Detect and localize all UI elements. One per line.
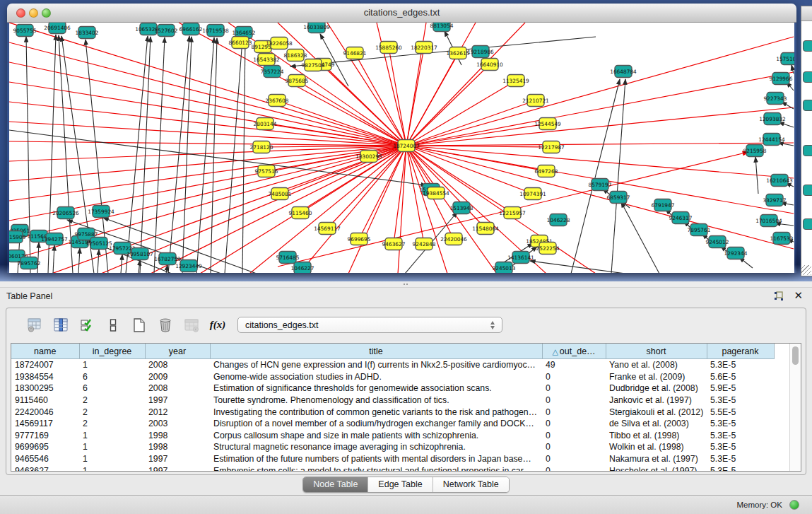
divider-grip-icon[interactable]: [403, 283, 409, 286]
graph-node[interactable]: 15751074: [776, 53, 794, 65]
table-row[interactable]: 1830029562008Estimation of significance …: [11, 382, 801, 395]
graph-node[interactable]: 9875685: [286, 75, 309, 87]
tab-edge-table[interactable]: Edge Table: [367, 477, 432, 492]
new-table-icon[interactable]: [131, 317, 148, 334]
graph-node[interactable]: 9246317: [669, 212, 693, 224]
graph-node[interactable]: 8660123: [229, 37, 252, 49]
table-row[interactable]: 1938455462009Genome-wide association stu…: [11, 371, 801, 383]
graph-node[interactable]: 9115460: [289, 207, 312, 219]
graph-node[interactable]: 12215957: [499, 207, 526, 219]
graph-node[interactable]: 16033809: [303, 23, 330, 33]
column-header-year[interactable]: year: [145, 344, 210, 359]
graph-node[interactable]: 7357224: [261, 66, 284, 78]
table-row[interactable]: 2242004622012Investigating the contribut…: [11, 406, 801, 418]
graph-node[interactable]: 3329717: [763, 194, 787, 206]
function-builder-icon[interactable]: f(x): [209, 317, 226, 334]
graph-node[interactable]: 9242848: [413, 238, 436, 250]
graph-node[interactable]: 9245013: [493, 262, 516, 274]
graph-node[interactable]: 7895762: [18, 257, 41, 269]
select-columns-icon[interactable]: [78, 317, 95, 334]
column-header-title[interactable]: title: [210, 344, 542, 359]
graph-node[interactable]: 10974391: [519, 188, 546, 200]
graph-node[interactable]: 20206526: [52, 207, 79, 219]
graph-node[interactable]: 20691406: [44, 23, 71, 34]
graph-node[interactable]: 12544549: [534, 118, 561, 130]
table-row[interactable]: 969969511998Structural magnetic resonanc…: [11, 441, 801, 453]
graph-node[interactable]: 9129966: [770, 73, 793, 85]
window-resize-grip[interactable]: [801, 265, 811, 275]
graph-node[interactable]: 2522254: [536, 243, 560, 255]
graph-node[interactable]: 6497268: [535, 165, 558, 177]
graph-node[interactable]: [803, 185, 812, 196]
column-header-name[interactable]: name: [11, 344, 79, 359]
network-canvas[interactable]: 9055755206914061833402106532871527602696…: [9, 23, 794, 273]
graph-node[interactable]: 1527602: [155, 25, 178, 37]
graph-node[interactable]: 1167533: [770, 233, 794, 245]
graph-node[interactable]: 9699695: [348, 233, 371, 245]
show-columns-icon[interactable]: [52, 317, 69, 334]
delete-table-icon[interactable]: [157, 317, 174, 334]
table-selector-dropdown[interactable]: citations_edges.txt: [237, 317, 502, 333]
import-table-icon[interactable]: [183, 317, 200, 334]
graph-node[interactable]: 9827508: [302, 59, 325, 71]
tab-node-table[interactable]: Node Table: [303, 477, 367, 492]
graph-node[interactable]: 15885260: [375, 42, 402, 54]
graph-node[interactable]: 14569117: [314, 223, 341, 235]
graph-node[interactable]: 11548064: [472, 223, 499, 235]
graph-node[interactable]: 2718120: [250, 141, 273, 153]
table-row[interactable]: 977716911998Corpus callosum shape and si…: [11, 430, 801, 442]
graph-node[interactable]: 1833402: [76, 27, 99, 39]
graph-node[interactable]: 9146821: [343, 47, 367, 59]
table-row[interactable]: 1872400712008Changes of HCN gene express…: [11, 359, 801, 371]
graph-node[interactable]: [803, 100, 812, 111]
graph-node[interactable]: 6859317: [607, 192, 630, 204]
graph-node[interactable]: 10719538: [202, 25, 229, 37]
table-scrollbar-thumb[interactable]: [792, 346, 799, 365]
window-titlebar[interactable]: citations_edges.txt: [7, 4, 796, 23]
graph-node[interactable]: 2803144: [254, 118, 277, 130]
table-scrollbar[interactable]: [789, 344, 801, 471]
graph-node[interactable]: 8186328: [284, 49, 307, 62]
close-panel-icon[interactable]: ✕: [794, 290, 803, 301]
row-height-icon[interactable]: [105, 317, 122, 334]
graph-node[interactable]: 12217987: [538, 141, 565, 153]
graph-node[interactable]: 22420046: [440, 233, 467, 245]
tab-network-table[interactable]: Network Table: [433, 477, 509, 492]
graph-node[interactable]: 7895761: [688, 224, 711, 236]
background-network-window[interactable]: [801, 6, 812, 276]
table-options-icon[interactable]: [26, 317, 43, 334]
graph-node[interactable]: 16648784: [610, 66, 637, 78]
graph-node[interactable]: 1046227: [291, 262, 314, 274]
column-header-in_degree[interactable]: in_degree: [79, 344, 145, 359]
graph-node[interactable]: [803, 40, 812, 52]
graph-node[interactable]: 9463627: [382, 238, 406, 250]
graph-node[interactable]: 8215958: [743, 145, 767, 157]
graph-node[interactable]: 6966162: [180, 23, 203, 35]
graph-node[interactable]: 9055755: [13, 25, 37, 37]
table-row[interactable]: 946362711997Embryonic stem cells: a mode…: [11, 465, 801, 472]
graph-node[interactable]: [803, 145, 812, 156]
graph-node[interactable]: 18220317: [411, 42, 437, 54]
table-row[interactable]: 1456911722003Disruption of a novel membe…: [11, 418, 801, 430]
column-header-pagerank[interactable]: pagerank: [707, 344, 774, 359]
column-header-short[interactable]: short: [606, 344, 707, 359]
panel-divider[interactable]: [0, 281, 812, 288]
graph-node[interactable]: 21210721: [522, 95, 549, 107]
graph-node[interactable]: 11325419: [502, 75, 529, 87]
graph-node[interactable]: 5716485: [276, 252, 300, 264]
graph-node[interactable]: 17016504: [755, 215, 782, 227]
graph-node[interactable]: 1513948: [450, 202, 473, 214]
graph-node[interactable]: [803, 71, 812, 83]
graph-node[interactable]: 1362615: [447, 47, 470, 59]
column-header-out_de[interactable]: △out_de…: [542, 344, 606, 359]
graph-node[interactable]: 9757516: [255, 165, 278, 177]
graph-node[interactable]: 7485081: [269, 188, 292, 200]
float-panel-icon[interactable]: [774, 291, 784, 301]
graph-node[interactable]: 1292344: [724, 247, 748, 259]
graph-node[interactable]: 9245012: [706, 236, 729, 248]
graph-node[interactable]: 1046228: [547, 214, 570, 226]
table-row[interactable]: 911546021997Tourette syndrome. Phenomeno…: [11, 395, 801, 407]
table-row[interactable]: 946554611997Estimation of the future num…: [11, 453, 801, 465]
graph-node[interactable]: 2367608: [266, 95, 289, 107]
graph-node[interactable]: 8813054: [430, 23, 454, 32]
